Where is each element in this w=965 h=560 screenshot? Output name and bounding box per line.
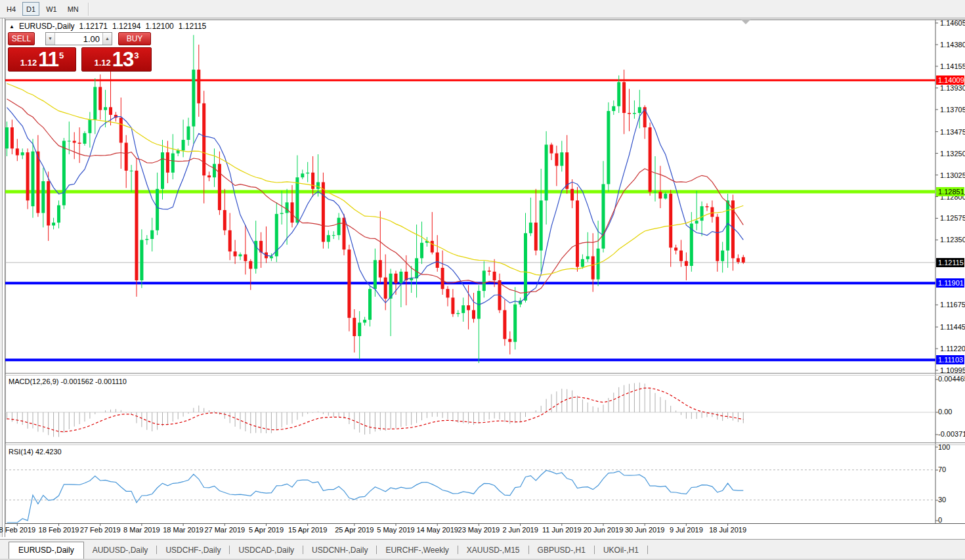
- candle-body[interactable]: [353, 318, 356, 336]
- candle-body[interactable]: [700, 206, 704, 221]
- sell-quote-box[interactable]: 1.12 11 5: [8, 47, 76, 72]
- candle-body[interactable]: [88, 119, 91, 133]
- candle-body[interactable]: [337, 218, 341, 235]
- candle-body[interactable]: [716, 217, 719, 261]
- candle-body[interactable]: [213, 164, 216, 178]
- scroll-to-end-marker[interactable]: [740, 19, 751, 24]
- candle-body[interactable]: [161, 152, 164, 189]
- candle-body[interactable]: [612, 106, 615, 111]
- candle-body[interactable]: [550, 144, 553, 153]
- candle-body[interactable]: [187, 127, 190, 140]
- candle-body[interactable]: [26, 152, 30, 200]
- candle-body[interactable]: [228, 230, 232, 251]
- candle-body[interactable]: [343, 218, 346, 249]
- candle-body[interactable]: [706, 206, 709, 207]
- candle-body[interactable]: [249, 261, 252, 269]
- tab-xauusd-m15[interactable]: XAUUSD-,M15: [458, 542, 528, 559]
- candle-body[interactable]: [529, 223, 532, 233]
- candle-body[interactable]: [207, 175, 211, 177]
- candle-body[interactable]: [622, 82, 626, 113]
- candle-body[interactable]: [467, 305, 470, 310]
- candle-body[interactable]: [223, 210, 226, 230]
- candle-body[interactable]: [545, 144, 548, 200]
- tab-audusd-daily[interactable]: AUDUSD-,Daily: [84, 542, 157, 559]
- candle-body[interactable]: [192, 70, 195, 126]
- collapse-panel-icon[interactable]: ▲: [9, 24, 14, 30]
- candle-body[interactable]: [513, 305, 517, 342]
- candle-body[interactable]: [508, 339, 511, 341]
- candle-body[interactable]: [415, 258, 418, 278]
- candle-body[interactable]: [565, 152, 568, 189]
- candle-body[interactable]: [295, 177, 299, 223]
- candle-body[interactable]: [420, 243, 423, 258]
- candle-body[interactable]: [669, 194, 672, 248]
- candle-body[interactable]: [347, 249, 351, 318]
- candle-body[interactable]: [16, 148, 19, 155]
- candle-body[interactable]: [182, 140, 185, 150]
- candle-body[interactable]: [664, 194, 667, 198]
- candle-body[interactable]: [62, 141, 66, 205]
- candle-body[interactable]: [135, 171, 139, 280]
- candle-body[interactable]: [125, 142, 128, 170]
- timeframe-d1-button[interactable]: D1: [22, 2, 39, 16]
- candle-body[interactable]: [322, 183, 325, 242]
- candle-body[interactable]: [679, 251, 683, 261]
- candle-body[interactable]: [145, 239, 148, 240]
- candle-body[interactable]: [166, 152, 169, 173]
- candle-body[interactable]: [286, 202, 289, 213]
- candle-body[interactable]: [710, 207, 714, 217]
- candle-body[interactable]: [581, 259, 584, 267]
- candle-body[interactable]: [399, 272, 402, 284]
- candle-body[interactable]: [202, 103, 205, 175]
- candle-body[interactable]: [301, 173, 304, 177]
- candle-body[interactable]: [633, 113, 636, 114]
- candle-body[interactable]: [32, 152, 35, 207]
- candle-body[interactable]: [685, 261, 688, 266]
- candle-body[interactable]: [52, 223, 55, 225]
- candle-body[interactable]: [270, 256, 273, 258]
- candle-body[interactable]: [436, 252, 439, 267]
- candle-body[interactable]: [239, 254, 242, 256]
- candle-body[interactable]: [197, 70, 200, 103]
- candle-body[interactable]: [119, 118, 123, 142]
- tab-usdcnh-daily[interactable]: USDCNH-,Daily: [303, 542, 376, 559]
- candle-body[interactable]: [607, 111, 610, 184]
- volume-decrease-button[interactable]: ▼: [46, 33, 55, 45]
- timeframe-h4-button[interactable]: H4: [3, 2, 20, 16]
- candle-body[interactable]: [363, 320, 366, 322]
- candle-body[interactable]: [560, 152, 563, 166]
- candle-body[interactable]: [540, 200, 543, 250]
- candle-body[interactable]: [721, 251, 724, 261]
- candle-body[interactable]: [503, 310, 506, 339]
- candle-body[interactable]: [68, 141, 71, 142]
- tab-ukoil-h1[interactable]: UKOil-,H1: [595, 542, 647, 559]
- candle-body[interactable]: [311, 173, 314, 189]
- candle-body[interactable]: [524, 233, 527, 301]
- candle-body[interactable]: [93, 87, 96, 119]
- candle-body[interactable]: [488, 270, 491, 271]
- candle-body[interactable]: [431, 241, 434, 253]
- candle-body[interactable]: [576, 200, 579, 267]
- candle-body[interactable]: [332, 235, 335, 236]
- timeframe-w1-button[interactable]: W1: [42, 2, 61, 16]
- buy-quote-box[interactable]: 1.12 13 3: [81, 47, 152, 72]
- candle-body[interactable]: [534, 223, 538, 250]
- candle-body[interactable]: [177, 150, 180, 153]
- candle-body[interactable]: [586, 256, 590, 259]
- candle-body[interactable]: [638, 107, 641, 113]
- candle-body[interactable]: [456, 313, 460, 314]
- candle-body[interactable]: [104, 107, 107, 110]
- candle-body[interactable]: [244, 254, 247, 261]
- candle-body[interactable]: [389, 274, 393, 299]
- candle-body[interactable]: [461, 305, 465, 313]
- sell-button[interactable]: SELL: [8, 32, 35, 45]
- candle-body[interactable]: [493, 272, 496, 280]
- candle-body[interactable]: [306, 173, 309, 173]
- candle-body[interactable]: [130, 171, 133, 171]
- candle-body[interactable]: [140, 240, 143, 280]
- candle-body[interactable]: [441, 268, 444, 289]
- candle-body[interactable]: [218, 164, 221, 210]
- candle-body[interactable]: [555, 154, 558, 166]
- candle-body[interactable]: [150, 230, 154, 239]
- candle-body[interactable]: [47, 181, 50, 225]
